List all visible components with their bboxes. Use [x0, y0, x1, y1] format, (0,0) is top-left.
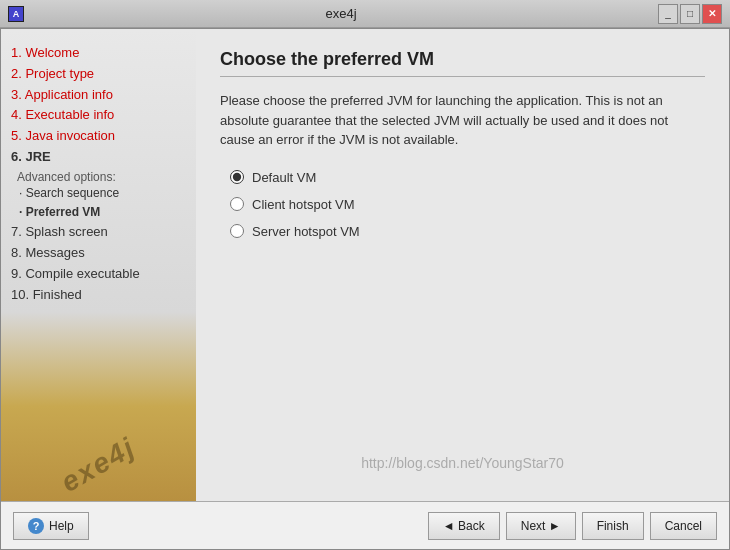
content-title: Choose the preferred VM: [220, 49, 705, 77]
title-bar-controls: _ □ ✕: [658, 4, 722, 24]
radio-group: Default VM Client hotspot VM Server hots…: [220, 170, 705, 239]
radio-server-hotspot-vm[interactable]: [230, 224, 244, 238]
footer: ? Help ◄ Back Next ► Finish Cancel: [1, 501, 729, 549]
sidebar-item-project-type[interactable]: 2. Project type: [11, 64, 186, 85]
footer-right: ◄ Back Next ► Finish Cancel: [428, 512, 717, 540]
help-label: Help: [49, 519, 74, 533]
finish-button[interactable]: Finish: [582, 512, 644, 540]
footer-left: ? Help: [13, 512, 89, 540]
maximize-button[interactable]: □: [680, 4, 700, 24]
sidebar-watermark: exe4j: [6, 402, 191, 501]
radio-client-hotspot-vm[interactable]: [230, 197, 244, 211]
close-button[interactable]: ✕: [702, 4, 722, 24]
sidebar-item-search-sequence[interactable]: · Search sequence: [11, 184, 186, 203]
radio-label-default-vm: Default VM: [252, 170, 316, 185]
help-button[interactable]: ? Help: [13, 512, 89, 540]
sidebar: 1. Welcome 2. Project type 3. Applicatio…: [1, 29, 196, 501]
back-button[interactable]: ◄ Back: [428, 512, 500, 540]
sidebar-item-application-info[interactable]: 3. Application info: [11, 85, 186, 106]
sidebar-item-compile-executable[interactable]: 9. Compile executable: [11, 264, 186, 285]
content-area: Choose the preferred VM Please choose th…: [196, 29, 729, 501]
next-button[interactable]: Next ►: [506, 512, 576, 540]
sidebar-item-splash-screen[interactable]: 7. Splash screen: [11, 222, 186, 243]
sidebar-nav: 1. Welcome 2. Project type 3. Applicatio…: [1, 39, 196, 309]
radio-label-server-hotspot-vm: Server hotspot VM: [252, 224, 360, 239]
radio-item-server-hotspot[interactable]: Server hotspot VM: [230, 224, 705, 239]
back-label: ◄ Back: [443, 519, 485, 533]
content-description: Please choose the preferred JVM for laun…: [220, 91, 705, 150]
radio-default-vm[interactable]: [230, 170, 244, 184]
main-window: 1. Welcome 2. Project type 3. Applicatio…: [0, 28, 730, 550]
title-bar-text: exe4j: [24, 6, 658, 21]
minimize-button[interactable]: _: [658, 4, 678, 24]
help-icon: ?: [28, 518, 44, 534]
app-icon: A: [8, 6, 24, 22]
cancel-label: Cancel: [665, 519, 702, 533]
sidebar-advanced-label: Advanced options:: [11, 170, 186, 184]
sidebar-item-preferred-vm[interactable]: · Preferred VM: [11, 203, 186, 222]
finish-label: Finish: [597, 519, 629, 533]
title-bar: A exe4j _ □ ✕: [0, 0, 730, 28]
window-body: 1. Welcome 2. Project type 3. Applicatio…: [1, 29, 729, 501]
sidebar-item-welcome[interactable]: 1. Welcome: [11, 43, 186, 64]
cancel-button[interactable]: Cancel: [650, 512, 717, 540]
next-label: Next ►: [521, 519, 561, 533]
radio-label-client-hotspot-vm: Client hotspot VM: [252, 197, 355, 212]
radio-item-default-vm[interactable]: Default VM: [230, 170, 705, 185]
sidebar-item-finished[interactable]: 10. Finished: [11, 285, 186, 306]
sidebar-item-executable-info[interactable]: 4. Executable info: [11, 105, 186, 126]
sidebar-item-messages[interactable]: 8. Messages: [11, 243, 186, 264]
watermark-url: http://blog.csdn.net/YoungStar70: [220, 425, 705, 481]
sidebar-item-java-invocation[interactable]: 5. Java invocation: [11, 126, 186, 147]
sidebar-item-jre[interactable]: 6. JRE: [11, 147, 186, 168]
radio-item-client-hotspot[interactable]: Client hotspot VM: [230, 197, 705, 212]
